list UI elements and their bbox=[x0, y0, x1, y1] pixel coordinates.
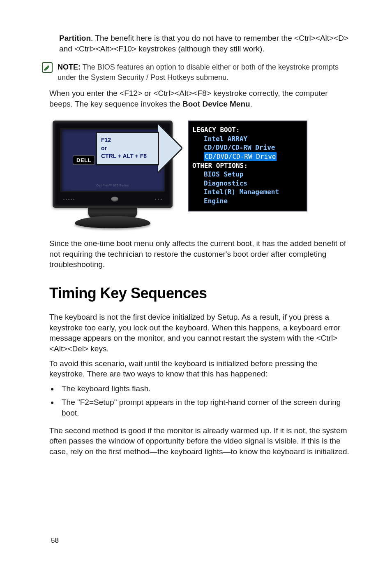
partition-bold: Partition bbox=[59, 34, 91, 42]
document-page: Partition. The benefit here is that you … bbox=[0, 0, 392, 562]
dell-badge: DELL bbox=[73, 156, 95, 165]
note-block: NOTE: The BIOS features an option to dis… bbox=[49, 62, 351, 82]
bullet-2: The "F2=Setup" prompt appears in the top… bbox=[58, 397, 351, 419]
note-body: The BIOS features an option to disable e… bbox=[58, 63, 339, 81]
boot-device-menu-bold: Boot Device Menu bbox=[182, 100, 250, 108]
other-options-header: OTHER OPTIONS: bbox=[192, 161, 303, 170]
bullet-1: The keyboard lights flash. bbox=[58, 383, 351, 395]
keystroke-post: . bbox=[250, 100, 252, 108]
timing-p3: The second method is good if the monitor… bbox=[49, 425, 351, 457]
progress-bar bbox=[71, 188, 154, 190]
bezel-dots-left bbox=[63, 199, 74, 200]
legacy-item-2-wrap: CD/DVD/CD-RW Drive bbox=[204, 152, 303, 161]
bezel-dots-right bbox=[155, 199, 162, 200]
page-number: 58 bbox=[51, 536, 59, 545]
arrow-line3: CTRL + ALT + F8 bbox=[101, 152, 154, 160]
boot-menu-box: LEGACY BOOT: Intel ARRAY CD/DVD/CD-RW Dr… bbox=[188, 121, 307, 211]
monitor-body: DELL OptiPlex™ 960 Series F12 or CTRL + … bbox=[53, 121, 173, 208]
arrow-line1: F12 bbox=[101, 136, 154, 144]
timing-heading: Timing Key Sequences bbox=[49, 285, 351, 302]
monitor-base bbox=[75, 216, 150, 228]
keystroke-paragraph: When you enter the <F12> or <Ctrl><Alt><… bbox=[49, 88, 351, 109]
timing-p1: The keyboard is not the first device ini… bbox=[49, 312, 351, 354]
monitor-illustration: DELL OptiPlex™ 960 Series F12 or CTRL + … bbox=[49, 121, 176, 228]
monitor-screen: DELL OptiPlex™ 960 Series F12 or CTRL + … bbox=[60, 128, 165, 192]
monitor-bezel bbox=[61, 195, 164, 204]
legacy-item-0: Intel ARRAY bbox=[204, 135, 303, 144]
bullet-list: The keyboard lights flash. The "F2=Setup… bbox=[49, 383, 351, 419]
model-line: OptiPlex™ 960 Series bbox=[97, 184, 129, 187]
note-label: NOTE: bbox=[58, 63, 81, 71]
arrow-line2: or bbox=[101, 144, 154, 153]
legacy-item-1: CD/DVD/CD-RW Drive bbox=[204, 143, 303, 152]
other-item-2: Intel(R) Management Engine bbox=[204, 188, 303, 205]
arrow-callout: F12 or CTRL + ALT + F8 bbox=[101, 128, 187, 173]
figure-row: DELL OptiPlex™ 960 Series F12 or CTRL + … bbox=[49, 121, 351, 228]
one-time-boot-paragraph: Since the one-time boot menu only affect… bbox=[49, 238, 351, 270]
arrow-shaft: F12 or CTRL + ALT + F8 bbox=[96, 132, 159, 165]
note-pencil-icon bbox=[42, 62, 53, 74]
timing-p2: To avoid this scenario, wait until the k… bbox=[49, 358, 351, 379]
partition-tail: . The benefit here is that you do not ha… bbox=[59, 34, 348, 53]
note-text: NOTE: The BIOS features an option to dis… bbox=[58, 62, 351, 82]
power-button-icon bbox=[111, 197, 118, 202]
legacy-item-2-selected: CD/DVD/CD-RW Drive bbox=[204, 152, 277, 161]
legacy-boot-header: LEGACY BOOT: bbox=[192, 125, 303, 135]
partition-paragraph: Partition. The benefit here is that you … bbox=[49, 33, 351, 54]
arrow-head bbox=[158, 124, 182, 172]
other-item-0: BIOS Setup bbox=[204, 170, 303, 179]
other-item-1: Diagnostics bbox=[204, 179, 303, 188]
